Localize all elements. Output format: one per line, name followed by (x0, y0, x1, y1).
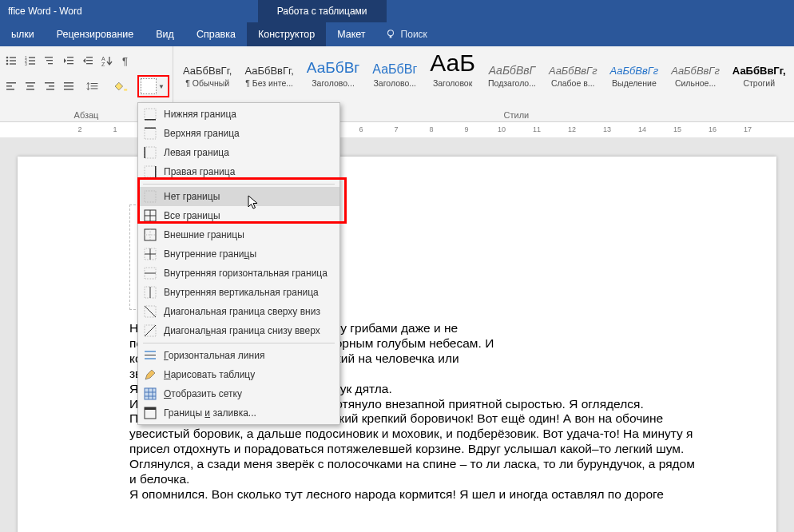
menu-horizontal-line[interactable]: Горизонтальная линия (138, 346, 339, 365)
align-right-button[interactable] (42, 78, 58, 94)
menu-draw-table[interactable]: Нарисовать таблицу (138, 365, 339, 384)
numbering-button[interactable]: 123 (22, 53, 38, 69)
align-justify-button[interactable] (61, 78, 77, 94)
style-gallery-item[interactable]: АаБбВвГг,Строгий (726, 50, 792, 88)
menu-border-left[interactable]: Левая граница (138, 143, 339, 162)
menu-border-right[interactable]: Правая граница (138, 162, 339, 181)
align-center-button[interactable] (22, 78, 38, 94)
multilevel-list-button[interactable] (42, 53, 58, 69)
horizontal-ruler[interactable]: 211234567891011121314151617 (0, 122, 794, 139)
menu-border-inside[interactable]: Внутренние границы (138, 244, 339, 264)
menu-border-outside[interactable]: Внешние границы (138, 225, 339, 244)
svg-rect-30 (27, 85, 34, 87)
svg-rect-27 (6, 85, 12, 87)
svg-line-67 (145, 325, 156, 336)
svg-rect-38 (91, 83, 98, 84)
bullets-button[interactable] (3, 53, 19, 69)
svg-rect-21 (86, 60, 93, 61)
svg-rect-42 (145, 109, 156, 120)
svg-rect-20 (86, 57, 93, 58)
shading-button[interactable] (109, 78, 134, 94)
svg-rect-37 (64, 89, 73, 90)
svg-rect-70 (145, 358, 156, 359)
line-spacing-button[interactable] (80, 78, 105, 94)
border-right-icon (143, 165, 157, 179)
svg-rect-15 (46, 60, 53, 61)
svg-rect-28 (6, 89, 14, 90)
chevron-down-icon: ▼ (158, 83, 166, 90)
tab-review[interactable]: Рецензирование (46, 22, 145, 46)
page: Не е грибная. В холодном сухом лесу гриб… (18, 157, 776, 532)
increase-indent-button[interactable] (80, 53, 96, 69)
svg-rect-35 (64, 82, 73, 84)
svg-rect-71 (145, 388, 156, 399)
lightbulb-icon (385, 29, 396, 40)
svg-rect-22 (86, 63, 93, 64)
border-outside-icon (143, 228, 157, 242)
menu-border-inside-horizontal[interactable]: Внутренняя горизонтальная граница (138, 264, 339, 283)
svg-rect-26 (6, 82, 16, 84)
align-left-button[interactable] (3, 78, 19, 94)
svg-rect-3 (10, 57, 16, 58)
menu-border-none[interactable]: Нет границы (138, 187, 339, 206)
tab-view[interactable]: Вид (145, 22, 185, 46)
svg-rect-46 (145, 147, 156, 158)
svg-point-2 (6, 57, 9, 59)
menu-borders-and-shading[interactable]: Границы и заливка... (138, 403, 339, 423)
tab-help[interactable]: Справка (185, 22, 247, 46)
menu-border-bottom[interactable]: Нижняя граница (138, 105, 339, 124)
style-gallery-item[interactable]: АаБбВгЗаголово... (300, 50, 366, 88)
svg-point-6 (6, 63, 9, 66)
style-gallery-item[interactable]: АаБбВвГг,¶ Обычный (177, 50, 238, 88)
svg-rect-50 (145, 191, 156, 202)
svg-rect-49 (155, 166, 157, 177)
style-gallery-item[interactable]: АаБбВвГгСильное... (665, 50, 726, 88)
ribbon: 123 AZ ¶ ▼ Абзац АаБбВв (0, 46, 794, 122)
sort-button[interactable]: AZ (99, 53, 115, 69)
svg-point-4 (6, 60, 9, 62)
svg-rect-44 (145, 128, 156, 139)
menu-label: Внутренние грани (164, 248, 244, 260)
search-label: Поиск (401, 29, 427, 40)
tab-layout[interactable]: Макет (326, 22, 376, 46)
border-left-icon (143, 145, 157, 160)
border-diag-up-icon (143, 324, 157, 338)
tell-me-search[interactable]: Поиск (377, 29, 427, 40)
svg-text:A: A (101, 56, 105, 62)
menu-border-diagonal-down[interactable]: Диагональная граница сверху вниз (138, 302, 339, 321)
borders-dropdown: Нижняя граница Верхняя граница Левая гра… (137, 102, 340, 425)
svg-rect-7 (10, 63, 16, 64)
svg-rect-31 (26, 89, 34, 90)
svg-text:Z: Z (101, 62, 105, 67)
borders-dialog-icon (143, 406, 157, 420)
border-none-icon (143, 189, 157, 204)
style-gallery-item[interactable]: АаБбВвГгВыделение (604, 50, 665, 88)
show-marks-button[interactable]: ¶ (118, 53, 134, 69)
style-gallery-item[interactable]: АаБбВвГПодзаголо... (482, 50, 542, 88)
style-gallery-item[interactable]: АаБбВвГгСлабое в... (542, 50, 604, 88)
menu-border-all[interactable]: Все границы (138, 206, 339, 225)
document-viewport[interactable]: Не е грибная. В холодном сухом лесу гриб… (0, 137, 794, 532)
menu-border-diagonal-up[interactable]: Диагональная граница снизу вверх (138, 321, 339, 340)
border-inside-v-icon (143, 285, 157, 300)
svg-line-65 (145, 306, 156, 317)
borders-button[interactable]: ▼ (137, 75, 169, 97)
tab-links[interactable]: ылки (0, 22, 46, 46)
style-gallery-item[interactable]: АаБбВгЗаголово... (366, 50, 423, 88)
tab-constructor[interactable]: Конструктор (247, 22, 326, 46)
svg-rect-47 (145, 147, 146, 158)
svg-rect-14 (45, 57, 53, 58)
svg-rect-69 (145, 355, 156, 355)
style-gallery-item[interactable]: АаБбВвГг,¶ Без инте... (238, 50, 300, 88)
svg-point-0 (387, 30, 393, 36)
svg-rect-5 (10, 60, 16, 61)
style-gallery-item[interactable]: АаБЗаголовок (423, 50, 482, 88)
menu-show-gridlines[interactable]: Отобразить сетку (138, 384, 339, 403)
app-title: ffice Word - Word (0, 6, 82, 17)
menu-border-inside-vertical[interactable]: Внутренняя вертикальная граница (138, 283, 339, 302)
menu-border-top[interactable]: Верхняя граница (138, 124, 339, 143)
svg-rect-40 (91, 88, 98, 89)
svg-rect-17 (67, 57, 73, 58)
svg-rect-13 (29, 63, 35, 64)
decrease-indent-button[interactable] (61, 53, 77, 69)
